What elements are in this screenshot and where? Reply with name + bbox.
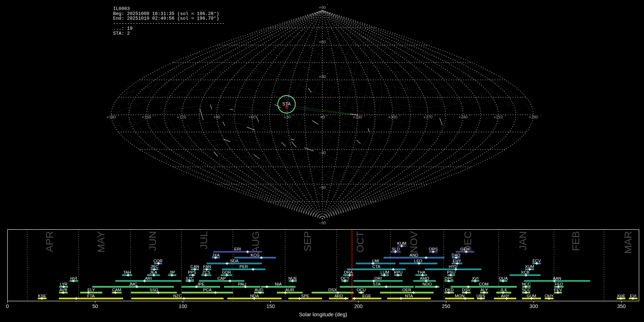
svg-text:EGE: EGE [362, 294, 371, 298]
svg-text:DKD: DKD [445, 288, 454, 292]
svg-text:CAM: CAM [112, 288, 121, 292]
svg-text:OHY: OHY [545, 294, 553, 298]
svg-text:RPU: RPU [394, 270, 402, 274]
svg-text:+0: +0 [320, 115, 325, 119]
svg-text:NZC: NZC [173, 294, 182, 298]
svg-text:ARI: ARI [145, 276, 152, 280]
svg-text:+30: +30 [284, 115, 291, 119]
svg-text:COR: COR [153, 259, 163, 263]
svg-text:200: 200 [354, 303, 363, 309]
svg-text:NCC: NCC [522, 282, 531, 286]
svg-text:NDA: NDA [250, 294, 259, 298]
svg-text:+90: +90 [213, 115, 220, 119]
svg-text:°: ° [505, 114, 506, 118]
svg-text:JEA: JEA [150, 270, 157, 274]
svg-text:°: ° [434, 114, 435, 118]
svg-text:°: ° [257, 114, 258, 118]
svg-text:LMI: LMI [372, 259, 379, 263]
svg-text:XCB: XCB [521, 270, 530, 274]
svg-text:+240: +240 [458, 115, 468, 119]
svg-text:°: ° [327, 38, 328, 42]
svg-text:SCC: SCC [522, 288, 531, 292]
svg-text:PSU: PSU [447, 270, 455, 274]
svg-text:KSE: KSE [38, 294, 46, 298]
svg-text:CAN: CAN [190, 264, 199, 269]
svg-text:JRC: JRC [151, 264, 158, 269]
svg-text:DPC: DPC [445, 276, 453, 280]
svg-text:CTA: CTA [372, 264, 380, 269]
svg-text:SEP: SEP [302, 231, 313, 252]
svg-text:+300: +300 [388, 115, 397, 119]
svg-text:AND: AND [410, 253, 418, 257]
svg-text:AAN: AAN [553, 276, 561, 280]
svg-text:NUE: NUE [288, 276, 297, 280]
svg-text:+180: +180 [107, 115, 116, 119]
svg-text:°: ° [327, 219, 328, 223]
svg-text:JIP: JIP [169, 270, 175, 274]
svg-text:0: 0 [6, 303, 9, 309]
svg-text:−30: −30 [319, 151, 326, 155]
svg-text:100: 100 [179, 303, 187, 309]
svg-text:ERI: ERI [234, 247, 241, 251]
svg-text:SSG: SSG [150, 288, 158, 292]
svg-text:Solar longitude (deg): Solar longitude (deg) [299, 312, 347, 317]
svg-text:EHY: EHY [453, 259, 461, 263]
svg-text:DSX: DSX [328, 288, 337, 292]
svg-text:350: 350 [617, 303, 626, 309]
svg-text:AUD: AUD [255, 288, 263, 292]
svg-text:KCG: KCG [251, 253, 260, 257]
svg-text:ALY: ALY [480, 288, 488, 292]
svg-text:URS: URS [477, 294, 486, 298]
svg-text:°: ° [399, 114, 400, 118]
svg-text:ZCS: ZCS [202, 270, 210, 274]
svg-text:STA: STA [373, 282, 381, 286]
svg-text:SPE: SPE [301, 294, 309, 298]
svg-text:XVI: XVI [472, 276, 479, 280]
svg-text:+60: +60 [319, 40, 326, 44]
svg-text:ECV: ECV [532, 259, 541, 263]
svg-text:GUM: GUM [527, 294, 536, 298]
svg-text:AVB: AVB [59, 288, 67, 292]
svg-text:FEV: FEV [554, 288, 562, 292]
svg-text:NIA: NIA [275, 282, 282, 286]
svg-text:OCU: OCU [357, 288, 366, 292]
svg-text:AHY: AHY [501, 294, 509, 298]
svg-text:EVI: EVI [630, 294, 637, 298]
svg-text:AUG: AUG [250, 231, 261, 253]
svg-text:+90: +90 [319, 5, 326, 10]
svg-text:°: ° [469, 114, 470, 118]
svg-text:300: 300 [530, 303, 538, 309]
svg-text:ORI: ORI [375, 276, 382, 280]
svg-text:OER: OER [402, 288, 411, 292]
svg-text:XHE: XHE [617, 294, 625, 298]
svg-text:°: ° [327, 73, 328, 76]
svg-text:°: ° [364, 114, 365, 118]
svg-text:SLD: SLD [392, 247, 400, 251]
svg-text:OCT: OCT [341, 276, 349, 280]
svg-text:SZC: SZC [186, 276, 194, 280]
svg-text:DSV: DSV [462, 288, 470, 292]
svg-text:JUL: JUL [198, 231, 209, 249]
svg-text:HVI: HVI [70, 276, 77, 280]
svg-text:FTA: FTA [87, 294, 95, 298]
svg-text:+60: +60 [249, 115, 256, 119]
svg-text:NTA: NTA [405, 294, 413, 298]
svg-text:°: ° [188, 114, 189, 118]
svg-text:250: 250 [442, 303, 450, 309]
svg-text:OCT: OCT [354, 231, 366, 253]
svg-text:PAU: PAU [238, 282, 246, 286]
svg-text:PPS: PPS [188, 270, 196, 274]
svg-text:+150: +150 [142, 115, 151, 119]
svg-text:MON: MON [455, 294, 464, 298]
svg-text:THA: THA [417, 270, 425, 274]
svg-text:°: ° [326, 114, 327, 118]
svg-text:KUM: KUM [397, 241, 406, 245]
svg-text:MAR: MAR [622, 231, 634, 254]
svg-text:ELY: ELY [88, 288, 95, 292]
svg-text:JLE: JLE [500, 288, 507, 292]
svg-text:+270: +270 [423, 115, 433, 119]
svg-text:JUN: JUN [147, 231, 158, 251]
svg-text:TAH: TAH [123, 270, 131, 274]
svg-text:150: 150 [267, 303, 275, 309]
svg-text:NOO: NOO [423, 282, 432, 286]
